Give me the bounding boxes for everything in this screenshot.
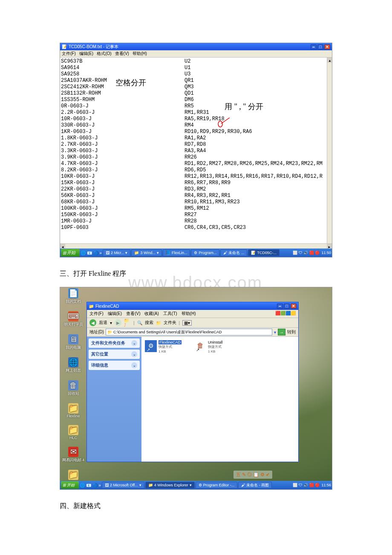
scroll-right-icon[interactable]: ▶ [327, 244, 332, 249]
folder-icon: 📁 [89, 304, 94, 309]
bom-partnum: SA9614 [61, 65, 184, 71]
bom-refs: RD6,RD5 [184, 167, 332, 173]
annotation-arrow-icon [218, 118, 231, 130]
app-icon: 🖥 [68, 334, 78, 344]
task-item[interactable]: ⚙Program Editor -... [196, 482, 238, 489]
close-button[interactable]: ✕ [324, 44, 330, 49]
tray-clock: 11:56 [321, 483, 331, 487]
menu-help[interactable]: 帮助(H) [133, 51, 147, 57]
desktop-icon[interactable]: 📄我的文档 [61, 288, 86, 304]
address-input[interactable]: 📁 C:\Documents and Settings\All Users\桌面… [106, 329, 272, 335]
menu-edit[interactable]: 编辑(E) [108, 311, 122, 317]
notepad-content[interactable]: SC9637BSA9614SA92582SA1037AKR-ROHM2SC241… [60, 58, 332, 249]
scrollbar-vertical[interactable]: ▲ [327, 58, 332, 243]
quicklaunch[interactable]: 🌐 📧 🔵 » [81, 251, 102, 255]
chevron-icon[interactable]: ⌄ [131, 362, 137, 368]
icon-label: 我的电脑 [66, 345, 81, 350]
close-button[interactable]: ✕ [291, 304, 297, 309]
menu-file[interactable]: 文件(F) [62, 51, 76, 57]
search-icon[interactable]: 🔍 [137, 321, 142, 325]
scrollbar-horizontal[interactable]: ◀ ▶ [60, 243, 332, 249]
explorer-title: FlexlineCAD [95, 304, 119, 309]
sidebar-panel-details[interactable]: 详细信息⌄ [89, 361, 140, 370]
scroll-left-icon[interactable]: ◀ [60, 244, 65, 249]
desktop-icon[interactable]: 🖥我的电脑 [61, 334, 86, 350]
sidebar-panel-other[interactable]: 其它位置⌄ [89, 350, 140, 359]
desktop-icon[interactable]: 📁Flexline [61, 403, 86, 418]
maximize-button[interactable]: □ [317, 44, 323, 49]
task-item[interactable]: 🖌未命名 - 画图 [238, 482, 272, 489]
menu-format[interactable]: 格式(O) [97, 51, 111, 57]
bom-partnum: 15KR-0603-J [61, 180, 184, 186]
bom-refs: RR4,RR3,RR2,RR1 [184, 193, 332, 199]
task-item[interactable]: ⚙Program... [191, 249, 219, 256]
ime-toolbar[interactable]: 五 ✎ ◎ 📋 ⚙ ✔ [233, 471, 272, 479]
bom-partnum: 0R-0603-J [61, 103, 184, 110]
scroll-up-icon[interactable]: ▲ [327, 58, 332, 63]
minimize-button[interactable]: ‒ [311, 44, 317, 49]
icon-label: 我的文档 [66, 299, 81, 304]
menu-edit[interactable]: 编辑(E) [79, 51, 93, 57]
back-button[interactable]: 后退 [99, 320, 107, 326]
bom-partnum: 10PF-0603 [61, 225, 184, 231]
bom-partnum: 1SS355-ROHM [61, 97, 184, 103]
menu-help[interactable]: 帮助(H) [182, 311, 196, 317]
menu-file[interactable]: 文件(F) [89, 311, 104, 317]
bom-refs: U2 [184, 58, 332, 65]
tray-icons[interactable]: ⬜ 🛡 🔊 🟥 🔴 [293, 483, 320, 487]
bom-refs: CR6,CR4,CR3,CR5,CR23 [184, 225, 332, 231]
tray-icons[interactable]: ⬜ 🛡 🔊 🟥 🔴 [293, 251, 320, 255]
task-item[interactable]: 🖼2 Micr...▾ [103, 249, 131, 256]
icon-label: 网易闪电邮 4 [62, 457, 85, 463]
chevron-icon[interactable]: ⌄ [131, 351, 137, 357]
up-icon[interactable]: 📁⤴ [124, 319, 131, 326]
back-icon[interactable]: ◀ [89, 319, 96, 326]
go-label[interactable]: 转到 [287, 329, 296, 335]
maximize-button[interactable]: □ [284, 304, 290, 309]
start-button[interactable]: ⊞ 开始 [61, 249, 80, 257]
task-item[interactable]: 🖼2 Microsoft Off...▾ [102, 482, 144, 489]
icon-label: HLC [69, 436, 77, 440]
bom-partnum: 22KR-0603-J [61, 186, 184, 193]
desktop-icon[interactable]: 🌐网上邻居 [61, 357, 86, 373]
menu-view[interactable]: 查看(V) [115, 51, 129, 57]
file-item[interactable]: 🗑↗Uninstall快捷方式1 KB [194, 340, 223, 353]
start-icon: ⊞ [63, 251, 66, 255]
system-tray[interactable]: ⬜ 🛡 🔊 🟥 🔴 11:56 [293, 483, 331, 487]
taskbar: ⊞ 开始 🌐 📧 🔵 » 🖼2 Micr...▾ 📁3 Wind...▾ 📘Fl… [60, 249, 332, 257]
start-button[interactable]: ⊞ 开始 [61, 481, 79, 489]
task-item-active[interactable]: 📁4 Windows Explorer▾ [145, 482, 195, 489]
task-item[interactable]: 📁3 Wind...▾ [131, 249, 162, 256]
icon-label: 回收站 [68, 391, 79, 396]
file-list[interactable]: ⚙↗FlexlineCAD快捷方式1 KB🗑↗Uninstall快捷方式1 KB [141, 337, 298, 462]
chevron-icon[interactable]: ⌄ [131, 340, 137, 346]
minimize-button[interactable]: ‒ [277, 304, 283, 309]
search-button[interactable]: 搜索 [145, 320, 153, 326]
task-item-active[interactable]: 📝TCD05C-... [248, 249, 280, 256]
task-item[interactable]: 🖌未命名 ... [220, 249, 247, 256]
go-button[interactable]: → [278, 329, 285, 335]
app-icon: ⌨ [68, 311, 78, 321]
desktop-icon[interactable]: ✉网易闪电邮 4 [61, 447, 86, 463]
desktop-icon[interactable]: 📁HLC [61, 425, 86, 440]
explorer-toolbar: ◀ 后退 ▾ ▶ 📁⤴ | 🔍 搜索 📁 文件夹 | ▦▾ [87, 318, 298, 328]
menu-tools[interactable]: 工具(T) [163, 311, 177, 317]
section-caption-3: 三、打开 Flexline 程序 [60, 269, 332, 278]
explorer-titlebar: 📁 FlexlineCAD ‒ □ ✕ [87, 302, 298, 310]
quicklaunch[interactable]: 🌐 📧 🔵 » [80, 483, 101, 488]
desktop-icon[interactable]: 🗑回收站 [61, 380, 86, 396]
sidebar-panel-tasks[interactable]: 文件和文件夹任务⌄ [89, 338, 140, 348]
task-item[interactable]: 📘FlexLin... [163, 249, 190, 256]
folders-icon[interactable]: 📁 [156, 321, 161, 325]
menu-view[interactable]: 查看(V) [126, 311, 140, 317]
desktop-icon[interactable]: ⌨明天打字员 [61, 311, 86, 327]
desktop-icons-column: 📄我的文档⌨明天打字员🖥我的电脑🌐网上邻居🗑回收站📁Flexline📁HLC✉网… [61, 288, 86, 490]
view-icon[interactable]: ▦▾ [182, 320, 192, 326]
system-tray[interactable]: ⬜ 🛡 🔊 🟥 🔴 11:50 [293, 251, 331, 255]
address-label: 地址(D) [89, 329, 104, 335]
folders-button[interactable]: 文件夹 [164, 320, 176, 326]
file-item[interactable]: ⚙↗FlexlineCAD快捷方式1 KB [145, 340, 182, 353]
forward-icon[interactable]: ▶ [115, 319, 121, 326]
menu-fav[interactable]: 收藏(A) [144, 311, 159, 317]
file-label: Uninstall快捷方式1 KB [208, 340, 223, 353]
